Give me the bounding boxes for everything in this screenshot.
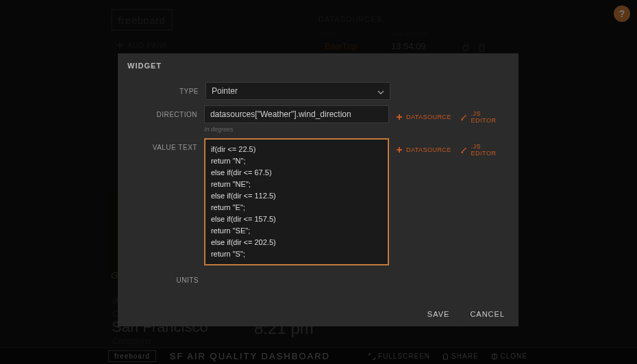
datasource-link[interactable]: DATASOURCE bbox=[396, 146, 451, 153]
wrench-icon bbox=[461, 114, 467, 120]
jseditor-link[interactable]: .JS EDITOR bbox=[461, 143, 506, 157]
wrench-icon bbox=[461, 146, 467, 153]
direction-hint: In degrees bbox=[204, 126, 389, 133]
modal-title: WIDGET bbox=[118, 53, 519, 78]
widget-modal: WIDGET TYPE Pointer DIRECTION datasource… bbox=[118, 53, 519, 326]
chevron-down-icon bbox=[377, 88, 384, 98]
save-button[interactable]: SAVE bbox=[427, 310, 450, 318]
direction-label: DIRECTION bbox=[130, 105, 204, 118]
valuetext-input[interactable]: if(dir <= 22.5) return "N"; else if(dir … bbox=[204, 138, 389, 265]
jseditor-link[interactable]: .JS EDITOR bbox=[461, 110, 506, 124]
datasource-link[interactable]: DATASOURCE bbox=[396, 114, 451, 120]
direction-input[interactable]: datasources["Weather"].wind_direction bbox=[204, 105, 389, 123]
valuetext-label: VALUE TEXT bbox=[130, 138, 204, 151]
type-select[interactable]: Pointer bbox=[205, 82, 390, 100]
plus-icon bbox=[396, 146, 403, 153]
type-value: Pointer bbox=[212, 86, 238, 96]
cancel-button[interactable]: CANCEL bbox=[470, 310, 505, 318]
plus-icon bbox=[396, 114, 403, 120]
direction-value: datasources["Weather"].wind_direction bbox=[210, 109, 351, 119]
units-label: UNITS bbox=[130, 271, 205, 284]
type-label: TYPE bbox=[130, 82, 205, 95]
